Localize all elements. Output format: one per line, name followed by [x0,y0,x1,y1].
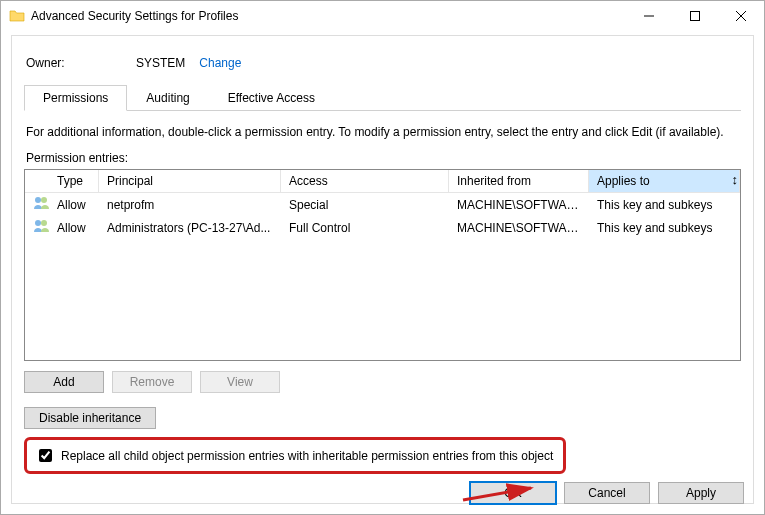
tab-permissions[interactable]: Permissions [24,85,127,111]
close-button[interactable] [718,1,764,31]
col-inherited[interactable]: Inherited from [449,170,589,192]
cell-access: Full Control [281,218,449,238]
col-applies[interactable]: Applies to [589,170,740,192]
info-text: For additional information, double-click… [26,125,739,139]
cell-access: Special [281,195,449,215]
titlebar-buttons [626,1,764,31]
tab-auditing[interactable]: Auditing [127,85,208,111]
titlebar: Advanced Security Settings for Profiles [1,1,764,31]
svg-point-4 [41,220,47,226]
replace-checkbox-highlight: Replace all child object permission entr… [24,437,566,474]
users-icon [25,193,49,216]
cell-type: Allow [49,195,99,215]
table-row[interactable]: AllowAdministrators (PC-13-27\Ad...Full … [25,216,740,239]
add-button[interactable]: Add [24,371,104,393]
dialog-buttons: OK Cancel Apply [470,482,744,504]
folder-icon [9,8,25,24]
cell-applies: This key and subkeys [589,195,740,215]
owner-change-link[interactable]: Change [199,56,241,70]
view-button[interactable]: View [200,371,280,393]
cell-principal: netprofm [99,195,281,215]
col-principal[interactable]: Principal [99,170,281,192]
ok-button[interactable]: OK [470,482,556,504]
remove-button[interactable]: Remove [112,371,192,393]
tab-strip: Permissions Auditing Effective Access [24,84,741,111]
disable-inheritance-row: Disable inheritance [24,407,741,429]
tab-effective-access-label: Effective Access [228,91,315,105]
cell-applies: This key and subkeys [589,218,740,238]
disable-inheritance-button[interactable]: Disable inheritance [24,407,156,429]
cancel-button[interactable]: Cancel [564,482,650,504]
owner-row: Owner: SYSTEM Change [26,56,741,70]
col-type[interactable]: Type [49,170,99,192]
svg-point-1 [35,197,41,203]
window-title: Advanced Security Settings for Profiles [31,9,626,23]
cell-principal: Administrators (PC-13-27\Ad... [99,218,281,238]
minimize-button[interactable] [626,1,672,31]
svg-point-3 [35,220,41,226]
col-access[interactable]: Access [281,170,449,192]
users-icon [25,216,49,239]
grid-header: Type Principal Access Inherited from App… [25,170,740,193]
owner-label: Owner: [26,56,136,70]
content-panel: Owner: SYSTEM Change Permissions Auditin… [11,35,754,504]
maximize-button[interactable] [672,1,718,31]
owner-value: SYSTEM [136,56,185,70]
tab-permissions-label: Permissions [43,91,108,105]
advanced-security-window: Advanced Security Settings for Profiles … [0,0,765,515]
tab-auditing-label: Auditing [146,91,189,105]
col-icon[interactable] [25,170,49,192]
entry-buttons: Add Remove View [24,371,741,393]
apply-button[interactable]: Apply [658,482,744,504]
cell-inherited: MACHINE\SOFTWARE... [449,195,589,215]
replace-child-entries-checkbox[interactable] [39,449,52,462]
grid-body: AllownetprofmSpecialMACHINE\SOFTWARE...T… [25,193,740,239]
permission-entries-label: Permission entries: [26,151,739,165]
svg-point-2 [41,197,47,203]
cell-inherited: MACHINE\SOFTWARE... [449,218,589,238]
replace-child-entries-label: Replace all child object permission entr… [61,449,553,463]
cell-type: Allow [49,218,99,238]
permission-entries-grid[interactable]: ↕ Type Principal Access Inherited from A… [24,169,741,361]
svg-rect-0 [691,12,700,21]
tab-effective-access[interactable]: Effective Access [209,85,334,111]
table-row[interactable]: AllownetprofmSpecialMACHINE\SOFTWARE...T… [25,193,740,216]
